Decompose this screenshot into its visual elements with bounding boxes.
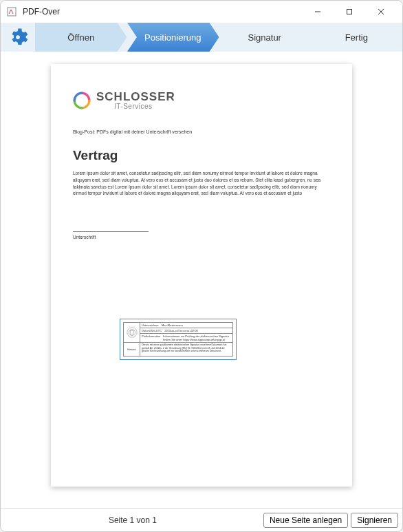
sig-signedby-label: Unterzeichner <box>142 323 159 327</box>
step-open[interactable]: Öffnen <box>35 23 127 52</box>
logo-icon <box>73 92 91 109</box>
step-label: Positionierung <box>144 32 201 43</box>
pdf-page-preview[interactable]: SCHLOSSER IT-Services Blog-Post: PDFs di… <box>51 64 352 487</box>
svg-point-10 <box>127 328 136 337</box>
step-positioning[interactable]: Positionierung <box>127 23 219 52</box>
step-label: Öffnen <box>67 32 94 43</box>
document-body-text: Lorem ipsum dolor sit amet, consetetur s… <box>73 170 330 197</box>
gear-icon <box>8 27 28 47</box>
document-heading: Vertrag <box>73 148 330 163</box>
sig-note-text: Dieses mit einer qualifizierten elektron… <box>140 343 232 356</box>
page-indicator: Seite 1 von 1 <box>5 515 261 525</box>
step-bar: Öffnen Positionierung <box>1 23 402 52</box>
svg-point-11 <box>129 330 135 336</box>
bottom-bar: Seite 1 von 1 Neue Seite anlegen Signier… <box>1 508 402 531</box>
maximize-button[interactable] <box>334 1 365 23</box>
blog-post-line: Blog-Post: PDFs digital mit deiner Unter… <box>73 129 330 134</box>
new-page-button[interactable]: Neue Seite anlegen <box>263 513 348 528</box>
logo-subtitle: IT-Services <box>114 103 175 110</box>
sig-date-value: 2023-xx-xxTxx:xx:xx+02:00 <box>164 329 198 332</box>
signature-seal-icon <box>124 323 140 342</box>
svg-rect-2 <box>347 10 352 14</box>
close-button[interactable] <box>365 1 397 23</box>
sig-signedby-value: Max Mustermann <box>162 323 183 327</box>
svg-point-5 <box>16 35 20 39</box>
minimize-button[interactable] <box>302 1 334 23</box>
titlebar: PDF-Over <box>1 1 402 23</box>
app-window: PDF-Over Öffnen <box>0 0 403 532</box>
svg-rect-12 <box>130 330 133 334</box>
content-area: SCHLOSSER IT-Services Blog-Post: PDFs di… <box>1 52 402 508</box>
document-logo: SCHLOSSER IT-Services <box>73 90 330 110</box>
step-label: Fertig <box>345 32 368 43</box>
sig-note-label: Hinweis <box>124 343 140 356</box>
signature-field-label: Unterschrift <box>73 235 330 240</box>
sig-check-value: Informationen zur Prüfung der elektronis… <box>163 334 231 341</box>
signature-block: Unterzeichner Max Mustermann Datum/Zeit-… <box>123 322 233 357</box>
sig-check-label: Prüfinformation <box>142 334 160 341</box>
sig-date-label: Datum/Zeit-UTC <box>142 329 162 332</box>
signature-line <box>73 231 149 232</box>
step-signature[interactable]: Signatur <box>219 23 311 52</box>
step-label: Signatur <box>248 32 281 43</box>
steps-container: Öffnen Positionierung <box>35 23 402 52</box>
app-icon <box>6 6 17 17</box>
settings-button[interactable] <box>1 23 35 52</box>
logo-name: SCHLOSSER <box>96 90 175 104</box>
step-finish[interactable]: Fertig <box>311 23 403 52</box>
window-controls <box>302 1 397 23</box>
sign-button[interactable]: Signieren <box>351 513 398 528</box>
window-title: PDF-Over <box>23 7 302 17</box>
signature-placement-box[interactable]: Unterzeichner Max Mustermann Datum/Zeit-… <box>120 319 237 360</box>
